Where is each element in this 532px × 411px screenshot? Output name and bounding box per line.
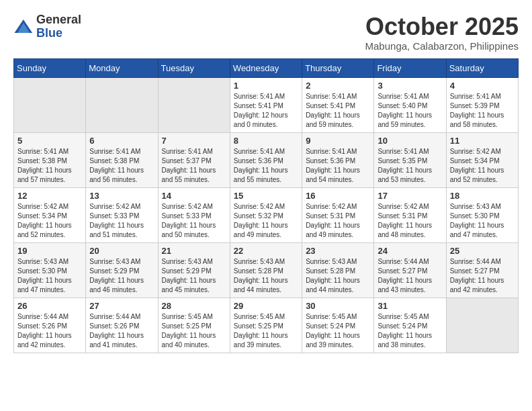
day-info: Sunrise: 5:45 AMSunset: 5:25 PMDaylight:… [162, 312, 226, 350]
day-info: Sunrise: 5:42 AMSunset: 5:31 PMDaylight:… [378, 202, 442, 240]
day-info: Sunrise: 5:43 AMSunset: 5:29 PMDaylight:… [89, 257, 154, 295]
calendar-day-cell [14, 77, 86, 132]
calendar-day-cell: 28Sunrise: 5:45 AMSunset: 5:25 PMDayligh… [158, 298, 230, 353]
calendar-day-cell: 29Sunrise: 5:45 AMSunset: 5:25 PMDayligh… [230, 298, 302, 353]
day-number: 24 [378, 246, 442, 256]
day-number: 13 [89, 191, 154, 201]
calendar-day-cell: 17Sunrise: 5:42 AMSunset: 5:31 PMDayligh… [374, 187, 446, 242]
day-info: Sunrise: 5:42 AMSunset: 5:33 PMDaylight:… [162, 202, 226, 240]
weekday-header: Saturday [446, 58, 518, 77]
day-info: Sunrise: 5:41 AMSunset: 5:38 PMDaylight:… [17, 147, 82, 185]
day-number: 9 [306, 136, 370, 146]
logo-icon [13, 17, 34, 37]
calendar-day-cell: 3Sunrise: 5:41 AMSunset: 5:40 PMDaylight… [374, 77, 446, 132]
calendar-day-cell: 25Sunrise: 5:44 AMSunset: 5:27 PMDayligh… [446, 242, 518, 298]
day-info: Sunrise: 5:45 AMSunset: 5:24 PMDaylight:… [306, 312, 370, 350]
day-number: 22 [234, 246, 298, 256]
month-title: October 2025 [365, 13, 519, 40]
day-info: Sunrise: 5:45 AMSunset: 5:25 PMDaylight:… [234, 312, 298, 350]
day-info: Sunrise: 5:41 AMSunset: 5:40 PMDaylight:… [378, 92, 442, 130]
day-info: Sunrise: 5:43 AMSunset: 5:29 PMDaylight:… [162, 257, 226, 295]
day-info: Sunrise: 5:44 AMSunset: 5:27 PMDaylight:… [378, 257, 442, 295]
calendar-day-cell: 30Sunrise: 5:45 AMSunset: 5:24 PMDayligh… [302, 298, 374, 353]
calendar-day-cell: 19Sunrise: 5:43 AMSunset: 5:30 PMDayligh… [14, 242, 86, 298]
location-subtitle: Mabunga, Calabarzon, Philippines [365, 40, 519, 52]
day-number: 15 [234, 191, 298, 201]
day-info: Sunrise: 5:42 AMSunset: 5:34 PMDaylight:… [17, 202, 82, 240]
day-number: 1 [234, 81, 298, 91]
day-number: 23 [306, 246, 370, 256]
weekday-header: Tuesday [158, 58, 230, 77]
calendar-day-cell: 31Sunrise: 5:45 AMSunset: 5:24 PMDayligh… [374, 298, 446, 353]
day-info: Sunrise: 5:41 AMSunset: 5:39 PMDaylight:… [450, 92, 515, 130]
logo-general: General [36, 13, 81, 27]
calendar-day-cell: 7Sunrise: 5:41 AMSunset: 5:37 PMDaylight… [158, 132, 230, 187]
day-number: 25 [450, 246, 515, 256]
calendar-day-cell: 8Sunrise: 5:41 AMSunset: 5:36 PMDaylight… [230, 132, 302, 187]
calendar-day-cell: 24Sunrise: 5:44 AMSunset: 5:27 PMDayligh… [374, 242, 446, 298]
day-number: 27 [89, 301, 154, 311]
day-number: 5 [17, 136, 82, 146]
calendar-day-cell: 22Sunrise: 5:43 AMSunset: 5:28 PMDayligh… [230, 242, 302, 298]
day-info: Sunrise: 5:41 AMSunset: 5:36 PMDaylight:… [306, 147, 370, 185]
day-info: Sunrise: 5:43 AMSunset: 5:30 PMDaylight:… [17, 257, 82, 295]
calendar-week-row: 26Sunrise: 5:44 AMSunset: 5:26 PMDayligh… [14, 298, 519, 353]
day-number: 30 [306, 301, 370, 311]
calendar-day-cell: 27Sunrise: 5:44 AMSunset: 5:26 PMDayligh… [86, 298, 158, 353]
day-info: Sunrise: 5:45 AMSunset: 5:24 PMDaylight:… [378, 312, 442, 350]
day-info: Sunrise: 5:42 AMSunset: 5:31 PMDaylight:… [306, 202, 370, 240]
calendar-day-cell: 2Sunrise: 5:41 AMSunset: 5:41 PMDaylight… [302, 77, 374, 132]
day-number: 28 [162, 301, 226, 311]
day-number: 14 [162, 191, 226, 201]
day-info: Sunrise: 5:41 AMSunset: 5:38 PMDaylight:… [89, 147, 154, 185]
weekday-header: Friday [374, 58, 446, 77]
calendar-day-cell [446, 298, 518, 353]
calendar-day-cell: 11Sunrise: 5:42 AMSunset: 5:34 PMDayligh… [446, 132, 518, 187]
day-number: 6 [89, 136, 154, 146]
weekday-header: Monday [86, 58, 158, 77]
day-number: 20 [89, 246, 154, 256]
day-number: 2 [306, 81, 370, 91]
logo-text: General Blue [36, 13, 81, 40]
calendar-day-cell: 9Sunrise: 5:41 AMSunset: 5:36 PMDaylight… [302, 132, 374, 187]
day-info: Sunrise: 5:41 AMSunset: 5:36 PMDaylight:… [234, 147, 298, 185]
calendar-day-cell [86, 77, 158, 132]
title-area: October 2025 Mabunga, Calabarzon, Philip… [365, 13, 519, 52]
day-number: 4 [450, 81, 515, 91]
day-number: 7 [162, 136, 226, 146]
day-info: Sunrise: 5:42 AMSunset: 5:32 PMDaylight:… [234, 202, 298, 240]
weekday-header: Sunday [14, 58, 86, 77]
calendar-day-cell: 18Sunrise: 5:43 AMSunset: 5:30 PMDayligh… [446, 187, 518, 242]
day-number: 31 [378, 301, 442, 311]
day-info: Sunrise: 5:41 AMSunset: 5:35 PMDaylight:… [378, 147, 442, 185]
calendar-day-cell: 26Sunrise: 5:44 AMSunset: 5:26 PMDayligh… [14, 298, 86, 353]
calendar-day-cell: 23Sunrise: 5:43 AMSunset: 5:28 PMDayligh… [302, 242, 374, 298]
calendar-day-cell: 15Sunrise: 5:42 AMSunset: 5:32 PMDayligh… [230, 187, 302, 242]
day-number: 21 [162, 246, 226, 256]
calendar-day-cell: 21Sunrise: 5:43 AMSunset: 5:29 PMDayligh… [158, 242, 230, 298]
calendar-day-cell: 16Sunrise: 5:42 AMSunset: 5:31 PMDayligh… [302, 187, 374, 242]
weekday-header: Thursday [302, 58, 374, 77]
calendar-table: SundayMondayTuesdayWednesdayThursdayFrid… [13, 58, 519, 353]
day-info: Sunrise: 5:42 AMSunset: 5:34 PMDaylight:… [450, 147, 515, 185]
day-number: 12 [17, 191, 82, 201]
calendar-day-cell: 14Sunrise: 5:42 AMSunset: 5:33 PMDayligh… [158, 187, 230, 242]
calendar-week-row: 12Sunrise: 5:42 AMSunset: 5:34 PMDayligh… [14, 187, 519, 242]
day-info: Sunrise: 5:43 AMSunset: 5:28 PMDaylight:… [234, 257, 298, 295]
logo: General Blue [13, 13, 81, 40]
day-number: 17 [378, 191, 442, 201]
calendar-day-cell: 20Sunrise: 5:43 AMSunset: 5:29 PMDayligh… [86, 242, 158, 298]
day-number: 19 [17, 246, 82, 256]
calendar-day-cell: 13Sunrise: 5:42 AMSunset: 5:33 PMDayligh… [86, 187, 158, 242]
calendar-week-row: 5Sunrise: 5:41 AMSunset: 5:38 PMDaylight… [14, 132, 519, 187]
calendar-day-cell [158, 77, 230, 132]
day-number: 8 [234, 136, 298, 146]
calendar-week-row: 19Sunrise: 5:43 AMSunset: 5:30 PMDayligh… [14, 242, 519, 298]
calendar-day-cell: 5Sunrise: 5:41 AMSunset: 5:38 PMDaylight… [14, 132, 86, 187]
calendar-header-row: SundayMondayTuesdayWednesdayThursdayFrid… [14, 58, 519, 77]
day-info: Sunrise: 5:42 AMSunset: 5:33 PMDaylight:… [89, 202, 154, 240]
calendar-day-cell: 1Sunrise: 5:41 AMSunset: 5:41 PMDaylight… [230, 77, 302, 132]
day-number: 26 [17, 301, 82, 311]
day-number: 29 [234, 301, 298, 311]
day-info: Sunrise: 5:43 AMSunset: 5:30 PMDaylight:… [450, 202, 515, 240]
